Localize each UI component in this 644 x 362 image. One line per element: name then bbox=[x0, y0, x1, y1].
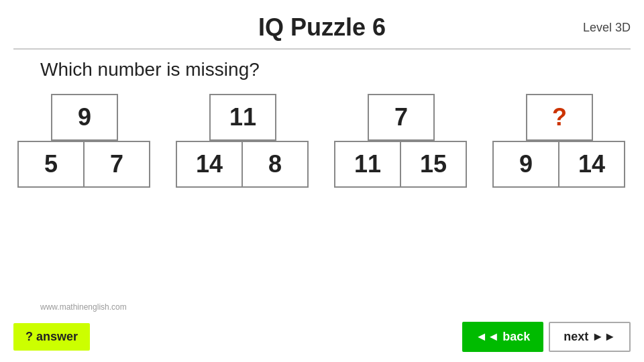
puzzle-4-bottom-left: 9 bbox=[492, 141, 559, 188]
puzzle-4-bottom-right: 14 bbox=[558, 141, 625, 188]
nav-buttons: ◄◄ back next ►► bbox=[462, 322, 631, 352]
puzzle-2: 11 14 8 bbox=[177, 94, 309, 188]
answer-button[interactable]: ? answer bbox=[13, 323, 90, 351]
puzzle-3-bottom-right: 15 bbox=[400, 141, 467, 188]
puzzle-2-bottom: 14 8 bbox=[177, 141, 309, 188]
level-label: Level 3D bbox=[583, 21, 631, 35]
back-button[interactable]: ◄◄ back bbox=[462, 322, 544, 352]
next-button[interactable]: next ►► bbox=[549, 322, 631, 352]
puzzle-2-bottom-right: 8 bbox=[241, 141, 309, 188]
puzzle-2-bottom-left: 14 bbox=[176, 141, 243, 188]
puzzle-3-bottom-left: 11 bbox=[334, 141, 401, 188]
puzzle-2-top: 11 bbox=[209, 94, 276, 141]
puzzle-4-top-question: ? bbox=[526, 94, 593, 141]
puzzle-1-bottom: 5 7 bbox=[19, 141, 150, 188]
puzzle-3-bottom: 11 15 bbox=[335, 141, 467, 188]
puzzle-3: 7 11 15 bbox=[335, 94, 467, 188]
puzzle-1-bottom-right: 7 bbox=[83, 141, 150, 188]
puzzle-1-bottom-left: 5 bbox=[17, 141, 85, 188]
puzzle-3-top: 7 bbox=[368, 94, 435, 141]
puzzle-4: ? 9 14 bbox=[494, 94, 625, 188]
puzzles-container: 9 5 7 11 14 8 7 11 15 ? 9 14 bbox=[0, 94, 644, 188]
header: IQ Puzzle 6 Level 3D bbox=[13, 7, 631, 50]
watermark: www.mathinenglish.com bbox=[40, 302, 127, 312]
bottom-bar: ? answer ◄◄ back next ►► bbox=[0, 322, 644, 352]
puzzle-4-bottom: 9 14 bbox=[494, 141, 625, 188]
puzzle-1-top: 9 bbox=[51, 94, 118, 141]
question-subtitle: Which number is missing? bbox=[40, 59, 644, 80]
page-title: IQ Puzzle 6 bbox=[258, 13, 386, 42]
puzzle-1: 9 5 7 bbox=[19, 94, 150, 188]
